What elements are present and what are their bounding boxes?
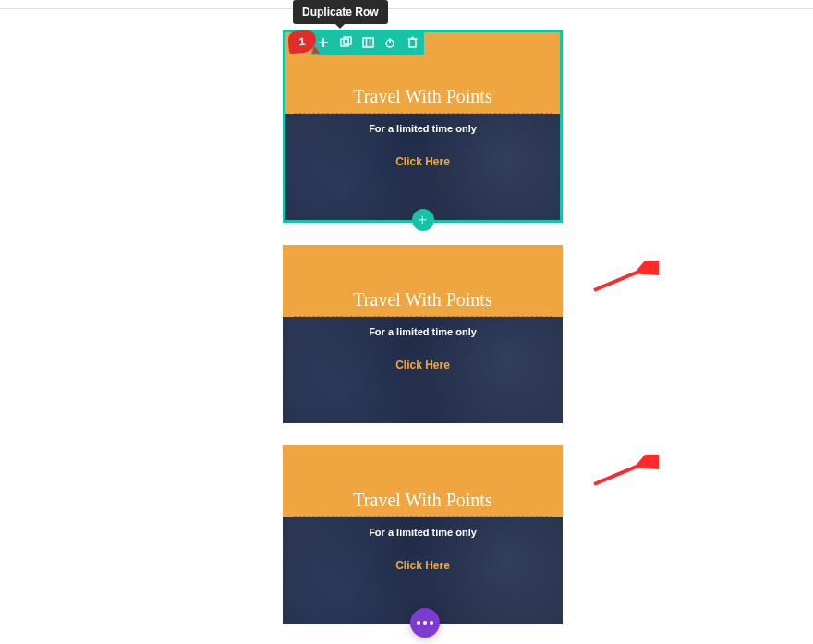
cta-link[interactable]: Click Here (395, 559, 450, 572)
duplicate-icon[interactable] (339, 36, 352, 49)
row-gap (283, 423, 563, 445)
tooltip-duplicate-row: Duplicate Row (293, 0, 388, 24)
hero-area: For a limited time only Click Here (285, 114, 560, 220)
trash-icon[interactable] (406, 36, 419, 49)
hero-subtext: For a limited time only (369, 123, 477, 134)
svg-rect-3 (344, 37, 351, 44)
row-heading: Travel With Points (353, 482, 491, 516)
row-heading: Travel With Points (353, 79, 491, 113)
add-row-button[interactable]: + (412, 209, 434, 231)
columns-icon[interactable] (361, 36, 374, 49)
power-icon[interactable] (383, 36, 396, 49)
svg-rect-2 (341, 39, 348, 46)
more-actions-fab[interactable] (410, 608, 440, 638)
builder-canvas: Travel With Points For a limited time on… (283, 30, 563, 624)
row-block[interactable]: Travel With Points For a limited time on… (283, 245, 563, 423)
dot-icon (430, 621, 433, 625)
annotation-badge: 1 (287, 30, 317, 55)
annotation-number: 1 (298, 35, 306, 49)
plus-icon: + (419, 212, 427, 228)
svg-rect-1 (322, 38, 324, 47)
annotation-arrow (585, 455, 659, 492)
cta-link[interactable]: Click Here (395, 155, 450, 168)
annotation-arrow (585, 261, 659, 298)
dot-icon (417, 621, 420, 625)
tooltip-label: Duplicate Row (302, 6, 379, 18)
row-toolbar (311, 30, 424, 55)
row-block[interactable]: Travel With Points For a limited time on… (283, 445, 563, 624)
page-divider (0, 8, 813, 9)
hero-subtext: For a limited time only (369, 527, 477, 538)
row-block[interactable]: Travel With Points For a limited time on… (283, 30, 563, 223)
svg-rect-4 (363, 38, 373, 47)
svg-line-12 (594, 265, 654, 290)
cta-link[interactable]: Click Here (395, 358, 450, 371)
svg-rect-9 (409, 39, 416, 47)
svg-line-13 (594, 459, 654, 484)
dot-icon (423, 621, 427, 625)
hero-subtext: For a limited time only (369, 326, 477, 337)
row-heading: Travel With Points (353, 282, 491, 316)
hero-area: For a limited time only Click Here (283, 317, 563, 423)
